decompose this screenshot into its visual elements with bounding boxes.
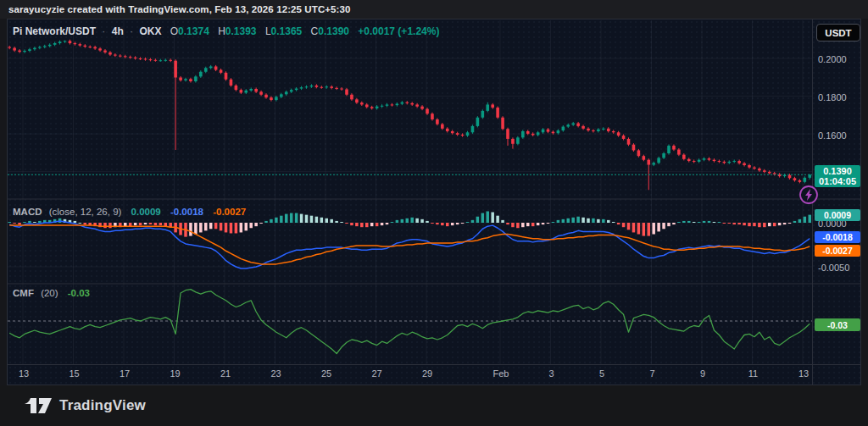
last-price-badge: 0.1390 01:04:05 [815, 165, 860, 187]
macd-line-badge: -0.0018 [815, 231, 860, 243]
chart-container: Pi Network/USDT · 4h · OKX O0.1374 H0.13… [7, 19, 861, 385]
x-axis-label[interactable]: 23 [258, 368, 295, 379]
x-axis-label[interactable]: 7 [634, 368, 671, 379]
x-axis-label[interactable]: 27 [359, 368, 396, 379]
legend-separator: · [130, 25, 133, 37]
currency-button[interactable]: USDT [816, 24, 860, 41]
x-axis-label[interactable]: 3 [533, 368, 570, 379]
cmf-badge: -0.03 [815, 318, 860, 331]
macd-label[interactable]: MACD [13, 207, 42, 217]
close-label: C [311, 25, 319, 37]
macd-signal-value: -0.0027 [213, 207, 246, 217]
open-value: 0.1374 [178, 25, 209, 37]
x-axis-label[interactable]: 25 [308, 368, 345, 379]
x-axis-label[interactable]: 9 [684, 368, 721, 379]
high-label: H [218, 25, 225, 37]
cmf-label[interactable]: CMF [13, 288, 34, 298]
tradingview-snapshot: sarayucyzie created with TradingView.com… [0, 0, 868, 426]
high-value: 0.1393 [225, 25, 257, 37]
macd-axis-label: -0.0050 [818, 263, 860, 273]
change-value: +0.0017 (+1.24%) [358, 25, 439, 37]
bar-countdown: 01:04:05 [819, 176, 856, 186]
x-axis-label[interactable]: 5 [583, 368, 620, 379]
x-axis-label[interactable]: 13 [5, 368, 42, 379]
low-value: 0.1365 [271, 25, 303, 37]
interval-label[interactable]: 4h [112, 25, 124, 37]
time-axis-separator [8, 364, 860, 365]
exchange-label[interactable]: OKX [139, 25, 161, 37]
x-axis-label[interactable]: 11 [735, 368, 772, 379]
price-axis-label: 0.1800 [818, 92, 860, 102]
x-axis-label[interactable]: 15 [56, 368, 93, 379]
footer-bar: TradingView [0, 385, 868, 426]
price-axis-label: 0.2000 [818, 54, 860, 64]
symbol-name[interactable]: Pi Network/USDT [13, 25, 96, 37]
price-axis-label: 0.1600 [818, 130, 860, 141]
cmf-value: -0.03 [68, 288, 90, 298]
macd-signal-badge: -0.0027 [815, 245, 860, 257]
symbol-legend: Pi Network/USDT · 4h · OKX O0.1374 H0.13… [13, 25, 439, 37]
chart-canvas[interactable] [7, 19, 861, 385]
legend-separator: · [102, 25, 105, 37]
macd-hist-value: 0.0009 [131, 207, 161, 217]
attribution-bar: sarayucyzie created with TradingView.com… [0, 0, 868, 19]
macd-hist-badge: 0.0009 [815, 209, 860, 221]
x-axis-label[interactable]: 21 [207, 368, 244, 379]
cmf-params: (20) [41, 288, 58, 298]
x-axis-label[interactable]: 13 [785, 368, 822, 379]
x-axis-label[interactable]: 29 [409, 368, 446, 379]
tradingview-logo-text[interactable]: TradingView [59, 397, 146, 414]
tradingview-logo-icon[interactable] [24, 397, 53, 414]
open-label: O [170, 25, 178, 37]
macd-params: (close, 12, 26, 9) [49, 207, 122, 217]
x-axis-label[interactable]: 17 [106, 368, 143, 379]
macd-legend: MACD (close, 12, 26, 9) 0.0009 -0.0018 -… [13, 207, 246, 217]
cmf-legend: CMF (20) -0.03 [13, 288, 90, 298]
lightning-bolt-icon[interactable] [798, 185, 819, 205]
low-label: L [265, 25, 271, 37]
x-axis-label[interactable]: 19 [157, 368, 194, 379]
x-axis-label[interactable]: Feb [482, 368, 520, 379]
attribution-text: sarayucyzie created with TradingView.com… [8, 4, 351, 14]
last-price: 0.1390 [823, 166, 852, 176]
close-value: 0.1390 [318, 25, 349, 37]
macd-line-value: -0.0018 [170, 207, 203, 217]
